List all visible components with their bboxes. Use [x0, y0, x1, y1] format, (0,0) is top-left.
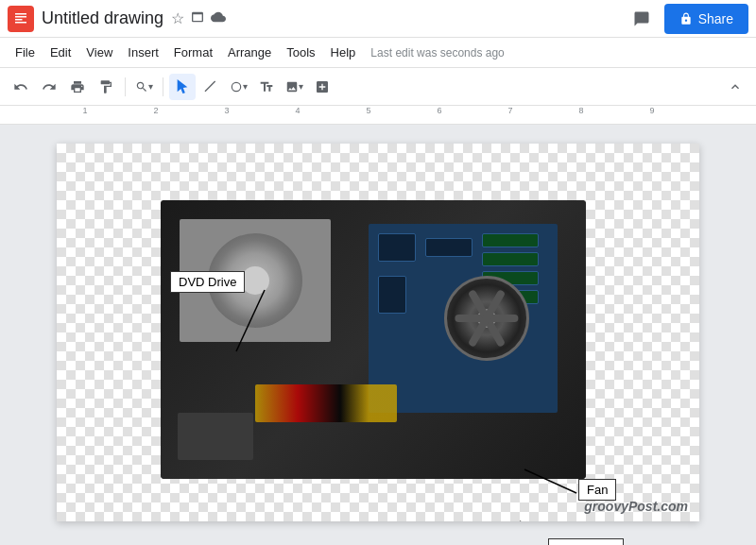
- document-title[interactable]: Untitled drawing: [42, 9, 163, 28]
- watermark: groovyPost.com: [584, 499, 688, 514]
- toolbar: ▾ ▾ ▾: [0, 68, 756, 106]
- separator-2: [163, 77, 163, 96]
- shapes-tool[interactable]: ▾: [226, 78, 251, 95]
- drawing-canvas[interactable]: DVD Drive Fan Hard Drive groovyPost.com: [57, 144, 699, 521]
- menu-view[interactable]: View: [78, 42, 120, 63]
- menu-edit[interactable]: Edit: [43, 42, 78, 63]
- insert-more[interactable]: [309, 74, 335, 100]
- last-edit-status: Last edit was seconds ago: [370, 46, 504, 60]
- comment-button[interactable]: [627, 4, 657, 34]
- title-bar: Untitled drawing ☆ Share: [0, 0, 756, 38]
- drive-icon: [190, 9, 205, 28]
- zoom-arrow: ▾: [148, 81, 153, 92]
- dvd-drive-label: DVD Drive: [170, 271, 245, 293]
- wires-image: [255, 384, 397, 422]
- ruler: 1 2 3 4 5 6 7 8 9: [0, 106, 756, 125]
- menu-help[interactable]: Help: [323, 42, 364, 63]
- computer-image: [161, 200, 586, 479]
- image-tool[interactable]: ▾: [282, 78, 307, 95]
- hard-drive-label: Hard Drive: [548, 538, 624, 545]
- select-tool[interactable]: [169, 74, 196, 100]
- menu-format[interactable]: Format: [166, 42, 220, 63]
- print-button[interactable]: [64, 74, 91, 100]
- fan-image: [444, 276, 529, 361]
- toolbar-collapse-button[interactable]: [722, 74, 748, 100]
- menu-bar: File Edit View Insert Format Arrange Too…: [0, 38, 756, 68]
- menu-arrange[interactable]: Arrange: [220, 42, 279, 63]
- menu-file[interactable]: File: [8, 42, 43, 63]
- image-arrow: ▾: [299, 81, 303, 92]
- textbox-tool[interactable]: [253, 74, 280, 100]
- line-tool[interactable]: [198, 74, 224, 100]
- fan-label: Fan: [578, 479, 616, 501]
- menu-tools[interactable]: Tools: [279, 42, 322, 63]
- undo-button[interactable]: [8, 74, 34, 100]
- svg-point-1: [232, 82, 240, 91]
- canvas-area[interactable]: DVD Drive Fan Hard Drive groovyPost.com: [0, 125, 756, 545]
- zoom-control[interactable]: ▾: [131, 78, 157, 95]
- share-button[interactable]: Share: [664, 4, 748, 34]
- menu-insert[interactable]: Insert: [120, 42, 166, 63]
- share-label: Share: [698, 11, 733, 26]
- shapes-arrow: ▾: [243, 81, 248, 92]
- separator-1: [125, 77, 126, 96]
- app-logo: [8, 6, 34, 32]
- paint-format-button[interactable]: [93, 74, 119, 100]
- star-icon[interactable]: ☆: [171, 9, 184, 27]
- cloud-icon: [211, 9, 226, 28]
- redo-button[interactable]: [36, 74, 62, 100]
